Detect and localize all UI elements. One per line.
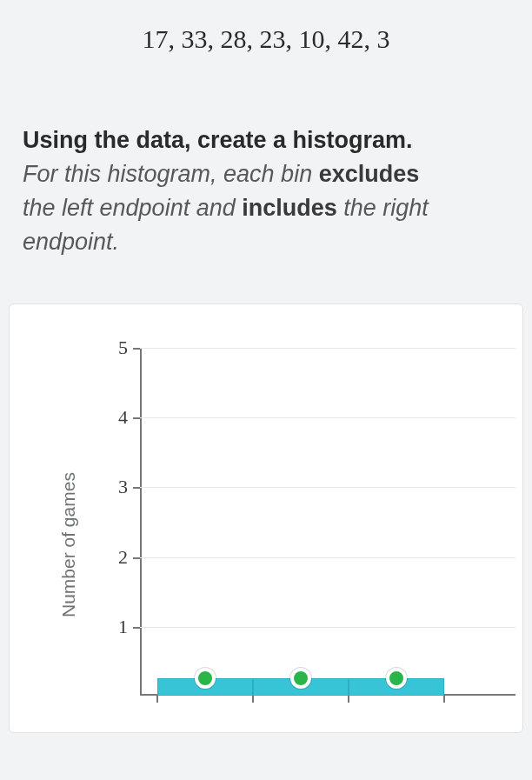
x-tick — [156, 696, 158, 703]
y-tick-label: 3 — [118, 476, 128, 498]
gridline — [140, 348, 515, 349]
y-tick — [133, 557, 140, 559]
gridline — [140, 417, 515, 418]
instruction-main: Using the data, create a histogram. — [23, 127, 413, 153]
y-tick — [133, 487, 140, 489]
y-tick — [133, 627, 140, 629]
y-tick-label: 2 — [118, 546, 128, 569]
instruction-detail: For this histogram, each bin excludes th… — [23, 161, 429, 255]
instructions-block: Using the data, create a histogram. For … — [0, 63, 532, 286]
data-values: 17, 33, 28, 23, 10, 42, 3 — [0, 0, 532, 63]
y-tick-label: 5 — [118, 337, 128, 359]
gridline — [140, 627, 515, 628]
gridline — [140, 487, 515, 488]
x-tick — [252, 696, 254, 703]
y-tick — [133, 348, 140, 350]
bar-drag-handle[interactable] — [195, 668, 216, 689]
plot-area[interactable]: 1 2 3 4 5 — [140, 330, 515, 725]
bar-drag-handle[interactable] — [386, 668, 407, 689]
y-tick-label: 4 — [118, 406, 128, 429]
histogram-chart-card: Number of games 1 2 3 4 5 — [9, 303, 523, 733]
y-axis — [140, 348, 142, 696]
gridline — [140, 557, 515, 558]
y-axis-label: Number of games — [58, 472, 79, 617]
x-tick — [348, 696, 349, 703]
x-tick — [443, 696, 445, 703]
y-tick — [133, 417, 140, 419]
y-tick-label: 1 — [118, 616, 128, 638]
bar-drag-handle[interactable] — [290, 668, 311, 689]
